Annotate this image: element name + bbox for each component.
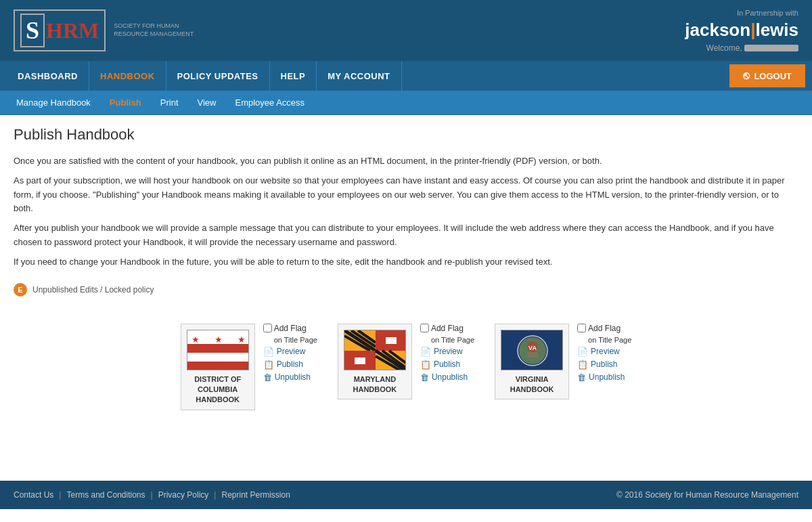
logo-box: S HRM [14, 9, 106, 51]
nav-my-account[interactable]: MY ACCOUNT [317, 61, 401, 91]
desc-3: After you publish your handbook we will … [14, 221, 798, 250]
footer-reprint[interactable]: Reprint Permission [221, 490, 290, 500]
dc-preview-icon: 📄 [263, 347, 274, 357]
footer-terms[interactable]: Terms and Conditions [66, 490, 145, 500]
va-add-flag-checkbox[interactable] [577, 324, 586, 332]
md-handbook-card: MARYLANDHANDBOOK Add Flag on Title Page … [338, 324, 474, 410]
desc-2: As part of your subscription, we will ho… [14, 174, 798, 216]
legend-icon: E [14, 283, 27, 297]
md-unpublish-link[interactable]: 🗑 Unpublish [420, 372, 474, 383]
svg-rect-16 [386, 337, 396, 344]
va-publish-link[interactable]: 📋 Publish [577, 360, 631, 370]
logout-button[interactable]: ⎋ LOGOUT [729, 64, 805, 87]
md-add-flag-checkbox[interactable] [420, 324, 429, 332]
footer-contact-us[interactable]: Contact Us [14, 490, 53, 500]
footer-copyright: © 2016 Society for Human Resource Manage… [616, 490, 798, 500]
dc-unpublish-icon: 🗑 [263, 372, 272, 383]
md-flag [344, 330, 406, 370]
partner-area: In Partnership with jackson|lewis Welcom… [685, 9, 798, 53]
main-content: Publish Handbook Once you are satisfied … [0, 115, 812, 454]
md-publish-icon: 📋 [420, 360, 431, 370]
va-handbook-card: VA VIRGINIAHANDBOOK Add Flag on Title Pa… [495, 324, 631, 410]
logo-subtitle: SOCIETY FOR HUMAN RESOURCE MANAGEMENT [114, 22, 194, 38]
va-publish-icon: 📋 [577, 360, 588, 370]
sub-nav-view[interactable]: View [188, 91, 226, 115]
legend: E Unpublished Edits / Locked policy [14, 283, 798, 297]
svg-text:★: ★ [191, 334, 200, 345]
logo-hrm-text: HRM [46, 18, 99, 43]
desc-1: Once you are satisfied with the content … [14, 154, 798, 169]
partner-label: In Partnership with [685, 9, 798, 17]
va-preview-icon: 📄 [577, 347, 588, 357]
dc-add-flag-label[interactable]: Add Flag [263, 324, 317, 333]
svg-rect-21 [365, 351, 376, 370]
md-on-title-page: on Title Page [431, 336, 474, 344]
svg-rect-20 [344, 351, 355, 370]
sub-nav-manage[interactable]: Manage Handbook [7, 91, 100, 115]
welcome-text: Welcome, [685, 43, 798, 53]
svg-text:VA: VA [528, 345, 537, 351]
dc-flag: ★ ★ ★ [187, 330, 249, 370]
svg-rect-15 [397, 330, 406, 351]
handbooks-row: ★ ★ ★ DISTRICT OFCOLUMBIAHANDBOOK Add Fl… [14, 310, 798, 424]
va-flag-wrap: VA VIRGINIAHANDBOOK [495, 324, 569, 400]
svg-rect-2 [187, 362, 249, 370]
logo-s-letter: S [20, 14, 45, 47]
va-handbook-actions: Add Flag on Title Page 📄 Preview 📋 Publi… [577, 324, 631, 383]
svg-text:★: ★ [238, 334, 246, 345]
nav-handbook[interactable]: HANDBOOK [89, 61, 166, 91]
md-handbook-name: MARYLANDHANDBOOK [353, 374, 397, 395]
desc-4: If you need to change your Handbook in t… [14, 255, 798, 269]
username-blurred [744, 45, 798, 51]
legend-text: Unpublished Edits / Locked policy [32, 285, 154, 295]
dc-handbook-card: ★ ★ ★ DISTRICT OFCOLUMBIAHANDBOOK Add Fl… [181, 324, 317, 410]
nav-dashboard[interactable]: DASHBOARD [7, 61, 89, 91]
va-flag: VA [501, 330, 563, 370]
svg-rect-32 [527, 352, 538, 357]
md-flag-wrap: MARYLANDHANDBOOK [338, 324, 412, 400]
md-preview-icon: 📄 [420, 347, 431, 357]
md-unpublish-icon: 🗑 [420, 372, 429, 383]
dc-preview-link[interactable]: 📄 Preview [263, 347, 317, 357]
footer-links: Contact Us | Terms and Conditions | Priv… [14, 490, 290, 500]
sub-nav-publish[interactable]: Publish [100, 91, 151, 115]
sub-nav-employee-access[interactable]: Employee Access [226, 91, 315, 115]
md-preview-link[interactable]: 📄 Preview [420, 347, 474, 357]
site-header: S HRM SOCIETY FOR HUMAN RESOURCE MANAGEM… [0, 0, 812, 61]
dc-publish-link[interactable]: 📋 Publish [263, 360, 317, 370]
va-unpublish-link[interactable]: 🗑 Unpublish [577, 372, 631, 383]
svg-rect-1 [187, 344, 249, 353]
main-nav: DASHBOARD HANDBOOK POLICY UPDATES HELP M… [0, 61, 812, 91]
md-add-flag-label[interactable]: Add Flag [420, 324, 474, 333]
dc-add-flag-checkbox[interactable] [263, 324, 272, 332]
va-unpublish-icon: 🗑 [577, 372, 586, 383]
md-handbook-actions: Add Flag on Title Page 📄 Preview 📋 Publi… [420, 324, 474, 383]
logout-icon: ⎋ [743, 70, 750, 82]
svg-text:★: ★ [215, 334, 223, 345]
nav-help[interactable]: HELP [270, 61, 317, 91]
dc-flag-wrap: ★ ★ ★ DISTRICT OFCOLUMBIAHANDBOOK [181, 324, 255, 410]
va-add-flag-label[interactable]: Add Flag [577, 324, 631, 333]
dc-unpublish-link[interactable]: 🗑 Unpublish [263, 372, 317, 383]
md-publish-link[interactable]: 📋 Publish [420, 360, 474, 370]
dc-handbook-name: DISTRICT OFCOLUMBIAHANDBOOK [194, 374, 241, 406]
page-title: Publish Handbook [14, 126, 798, 144]
footer-privacy[interactable]: Privacy Policy [158, 490, 209, 500]
partner-logo: jackson|lewis [685, 20, 798, 41]
svg-rect-14 [376, 330, 386, 351]
dc-publish-icon: 📋 [263, 360, 274, 370]
nav-policy-updates[interactable]: POLICY UPDATES [166, 61, 270, 91]
dc-on-title-page: on Title Page [274, 336, 317, 344]
site-footer: Contact Us | Terms and Conditions | Priv… [0, 481, 812, 509]
va-on-title-page: on Title Page [588, 336, 631, 344]
va-preview-link[interactable]: 📄 Preview [577, 347, 631, 357]
dc-handbook-actions: Add Flag on Title Page 📄 Preview 📋 Publi… [263, 324, 317, 383]
logo-area: S HRM SOCIETY FOR HUMAN RESOURCE MANAGEM… [14, 9, 194, 51]
sub-nav-print[interactable]: Print [151, 91, 188, 115]
svg-rect-22 [355, 357, 365, 364]
sub-nav: Manage Handbook Publish Print View Emplo… [0, 91, 812, 115]
va-handbook-name: VIRGINIAHANDBOOK [510, 374, 554, 395]
